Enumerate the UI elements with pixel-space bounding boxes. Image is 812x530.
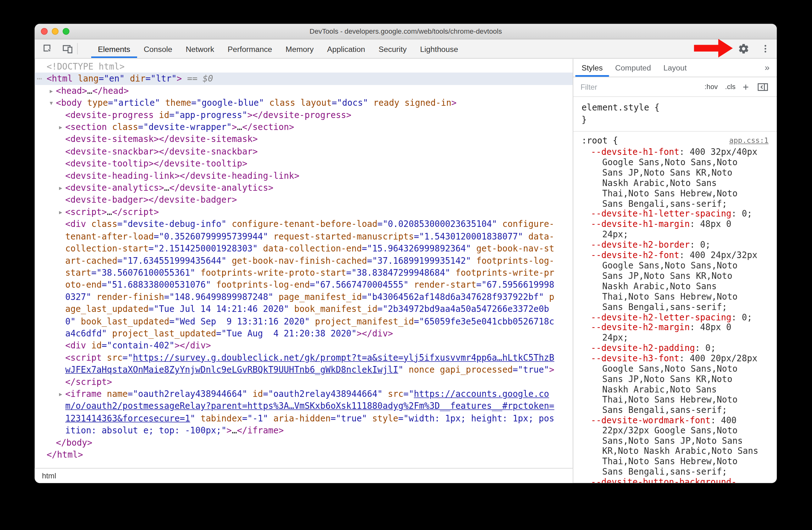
dom-tree-row[interactable]: ▶<devsite-analytics>…</devsite-analytics… [34, 182, 573, 194]
vertical-dots-icon [760, 43, 770, 54]
collapse-arrow-icon[interactable]: ▼ [47, 97, 55, 109]
css-property-name[interactable]: --devsite-h1-letter-spacing [591, 209, 731, 219]
dom-tree-row[interactable]: <!DOCTYPE html> [34, 61, 573, 73]
style-declaration[interactable]: --devsite-h2-font: 400 24px/32px Google … [581, 250, 759, 312]
dom-tree-row[interactable]: <devsite-progress id="app-progress"></de… [34, 109, 573, 122]
zoom-window-button[interactable] [62, 28, 69, 34]
tab-network[interactable]: Network [179, 39, 221, 58]
tab-performance[interactable]: Performance [221, 39, 279, 58]
dom-tree-row[interactable]: ▶<section class="devsite-wrapper">…</sec… [34, 121, 573, 134]
tab-memory[interactable]: Memory [279, 39, 320, 58]
declaration-list: --devsite-h1-font: 400 32px/40px Google … [581, 147, 759, 483]
css-property-name[interactable]: --devsite-button-background-hover [591, 477, 737, 483]
device-toolbar-button[interactable] [61, 42, 74, 55]
styles-sidebar: StylesComputedLayout » :hov.cls + [573, 58, 777, 483]
stylesheet-source-link[interactable]: app.css:1 [729, 135, 769, 146]
devtools-main: <!DOCTYPE html>⋯<html lang="en" dir="ltr… [34, 58, 777, 483]
window-titlebar: DevTools - developers.google.com/web/too… [34, 24, 777, 39]
style-declaration[interactable]: --devsite-h1-letter-spacing: 0; [581, 209, 759, 219]
expand-arrow-icon[interactable]: ▶ [56, 206, 64, 219]
tab-security[interactable]: Security [372, 39, 413, 58]
css-property-name[interactable]: --devsite-h3-font [591, 353, 679, 363]
css-property-name[interactable]: --devsite-h2-border [591, 239, 690, 250]
screenshot-stage: DevTools - developers.google.com/web/too… [0, 0, 812, 530]
style-declaration[interactable]: --devsite-button-background-hover [581, 477, 759, 483]
expand-arrow-icon[interactable]: ▶ [56, 388, 64, 400]
css-property-name[interactable]: --devsite-wordmark-font [591, 415, 711, 425]
dom-tree-row[interactable]: </script> [34, 376, 573, 388]
sidebar-tab-styles[interactable]: Styles [575, 58, 609, 77]
css-property-name[interactable]: --devsite-h2-padding [591, 343, 695, 353]
element-style-selector[interactable]: element.style [581, 102, 649, 112]
styles-pane: element.style { } app.css:1 :root { --de… [573, 97, 777, 483]
dom-tree-row[interactable]: ⋯<html lang="en" dir="ltr"> == $0 [34, 73, 573, 85]
dom-tree-row[interactable]: ▶<head>…</head> [34, 85, 573, 97]
css-property-name[interactable]: --devsite-h2-margin [591, 322, 690, 332]
css-property-name[interactable]: --devsite-h2-letter-spacing [591, 311, 731, 322]
dom-tree-row[interactable]: <script src="https://survey.g.doubleclic… [34, 352, 573, 376]
element-style-rule[interactable]: element.style { } [573, 97, 777, 131]
tab-elements[interactable]: Elements [91, 39, 137, 58]
devtools-toolbar: ElementsConsoleNetworkPerformanceMemoryA… [34, 39, 777, 58]
sidebar-tab-list: StylesComputedLayout [575, 58, 693, 77]
class-toggle-button[interactable]: .cls [725, 83, 735, 90]
expand-arrow-icon[interactable]: ▶ [56, 121, 64, 134]
css-property-value[interactable]: : 0; [690, 239, 710, 250]
dom-tree-row[interactable]: <div class="devsite-debug-info" configur… [34, 219, 573, 339]
style-declaration[interactable]: --devsite-h2-padding: 0; [581, 343, 759, 353]
style-declaration[interactable]: --devsite-h2-margin: 48px 0 24px; [581, 323, 759, 343]
sidebar-tab-layout[interactable]: Layout [657, 58, 693, 77]
elements-panel: <!DOCTYPE html>⋯<html lang="en" dir="ltr… [34, 58, 573, 483]
pane-layout-icon [758, 83, 768, 91]
pseudo-state-button[interactable]: :hov [705, 83, 717, 90]
expand-arrow-icon[interactable]: ▶ [47, 85, 55, 97]
root-style-rule[interactable]: app.css:1 :root { --devsite-h1-font: 400… [573, 131, 777, 483]
inspect-element-button[interactable] [41, 42, 54, 55]
style-declaration[interactable]: --devsite-h2-letter-spacing: 0; [581, 312, 759, 323]
tab-application[interactable]: Application [320, 39, 372, 58]
sidebar-pane-button[interactable] [756, 80, 770, 94]
css-property-value[interactable]: : 0; [695, 343, 716, 353]
tab-lighthouse[interactable]: Lighthouse [413, 39, 465, 58]
styles-filter-input[interactable] [581, 83, 697, 91]
style-declaration[interactable]: --devsite-h3-font: 400 20px/28px Google … [581, 353, 759, 416]
inspect-cursor-icon [42, 43, 53, 54]
css-property-name[interactable]: --devsite-h1-font [591, 147, 679, 157]
minimize-window-button[interactable] [52, 28, 58, 34]
new-style-rule-button[interactable]: + [743, 82, 749, 92]
open-brace: { [654, 102, 660, 112]
dom-tree-row[interactable]: ▼<body type="article" theme="google-blue… [34, 97, 573, 109]
settings-gear-button[interactable] [737, 42, 750, 55]
root-selector[interactable]: :root [581, 135, 608, 146]
expand-arrow-icon[interactable]: ▶ [56, 182, 64, 194]
traffic-lights [41, 24, 70, 39]
dom-tree-row[interactable]: <devsite-badger></devsite-badger> [34, 194, 573, 207]
breadcrumb-item-html[interactable]: html [42, 471, 60, 481]
dom-tree-row[interactable]: <devsite-snackbar></devsite-snackbar> [34, 145, 573, 158]
dom-tree-row[interactable]: <devsite-heading-link></devsite-heading-… [34, 170, 573, 182]
dom-tree-row[interactable]: <devsite-sitemask></devsite-sitemask> [34, 134, 573, 146]
css-property-value[interactable]: : 0; [731, 209, 752, 219]
css-property-name[interactable]: --devsite-h1-margin [591, 219, 690, 229]
sidebar-tab-computed[interactable]: Computed [609, 58, 657, 77]
dom-tree-row[interactable]: ▶<script>…</script> [34, 206, 573, 219]
open-brace: { [613, 135, 618, 146]
style-declaration[interactable]: --devsite-h2-border: 0; [581, 240, 759, 251]
style-declaration[interactable]: --devsite-h1-font: 400 32px/40px Google … [581, 147, 759, 209]
css-property-name[interactable]: --devsite-h2-font [591, 250, 679, 260]
dom-tree-row[interactable]: ▶<iframe name="oauth2relay438944664" id=… [34, 388, 573, 436]
dom-tree-row[interactable]: <div id="contain-402"></div> [34, 339, 573, 352]
tab-console[interactable]: Console [137, 39, 179, 58]
css-property-value[interactable]: : 0; [731, 311, 752, 322]
more-tabs-button[interactable]: » [757, 58, 777, 77]
row-options-dots-icon: ⋯ [37, 73, 41, 85]
styles-filter-bar: :hov.cls + [573, 77, 777, 97]
close-window-button[interactable] [41, 28, 47, 34]
dom-tree-row[interactable]: </html> [34, 449, 573, 461]
dom-tree-row[interactable]: <devsite-tooltip></devsite-tooltip> [34, 158, 573, 170]
gear-icon [738, 43, 750, 54]
style-declaration[interactable]: --devsite-wordmark-font: 400 22px/32px G… [581, 416, 759, 477]
dom-tree-row[interactable]: </body> [34, 436, 573, 449]
more-options-button[interactable] [758, 42, 772, 55]
style-declaration[interactable]: --devsite-h1-margin: 48px 0 24px; [581, 219, 759, 240]
